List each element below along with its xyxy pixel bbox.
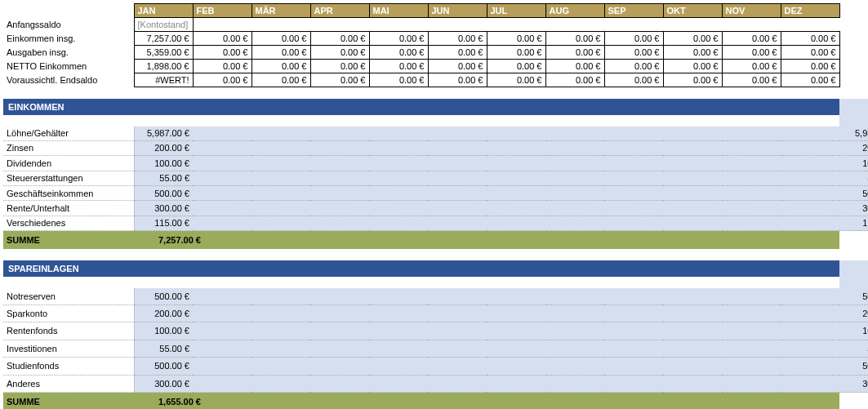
cell[interactable] [781, 201, 839, 216]
cell[interactable]: 0.00 € [428, 46, 487, 60]
cell[interactable] [369, 288, 428, 305]
cell[interactable]: 100.00 € [134, 156, 193, 171]
cell[interactable]: 0.00 € [663, 60, 722, 73]
month-header[interactable]: SEP [604, 4, 663, 18]
cell[interactable] [251, 127, 310, 141]
cell[interactable]: 0.00 € [545, 73, 604, 87]
cell[interactable] [251, 340, 310, 357]
cell[interactable] [722, 127, 781, 141]
cell[interactable] [310, 322, 369, 340]
cell[interactable] [545, 216, 604, 230]
month-header[interactable]: JAN [134, 4, 193, 18]
cell[interactable] [722, 216, 781, 230]
cell[interactable]: 0.00 € [781, 73, 839, 87]
cell[interactable]: 0.00 € [781, 60, 839, 73]
cell[interactable] [545, 201, 604, 216]
cell[interactable] [369, 340, 428, 357]
cell[interactable] [545, 375, 604, 392]
cell[interactable] [310, 375, 369, 392]
cell[interactable] [251, 375, 310, 392]
cell[interactable] [487, 358, 545, 375]
cell[interactable] [369, 127, 428, 141]
cell[interactable] [251, 140, 310, 155]
cell[interactable]: 0.00 € [369, 32, 428, 46]
cell[interactable] [428, 322, 487, 340]
cell[interactable]: 55.00 € [134, 171, 193, 185]
cell[interactable] [251, 322, 310, 340]
cell[interactable] [310, 140, 369, 155]
cell[interactable] [369, 358, 428, 375]
cell[interactable] [604, 216, 663, 230]
cell[interactable]: 0.00 € [251, 73, 310, 87]
cell[interactable] [604, 340, 663, 357]
cell[interactable] [428, 127, 487, 141]
cell[interactable] [604, 288, 663, 305]
cell[interactable]: [Kontostand] [134, 18, 193, 32]
cell[interactable] [781, 358, 839, 375]
cell[interactable] [663, 216, 722, 230]
cell[interactable] [193, 340, 251, 357]
cell[interactable]: 500.00 € [134, 288, 193, 305]
cell[interactable] [193, 305, 251, 322]
cell[interactable]: 0.00 € [545, 32, 604, 46]
cell[interactable] [545, 322, 604, 340]
cell[interactable] [722, 171, 781, 185]
cell[interactable] [663, 185, 722, 200]
cell[interactable] [251, 358, 310, 375]
cell[interactable]: 0.00 € [604, 46, 663, 60]
cell[interactable] [663, 201, 722, 216]
cell[interactable]: 0.00 € [369, 46, 428, 60]
cell[interactable] [428, 140, 487, 155]
cell[interactable] [428, 340, 487, 357]
cell[interactable] [663, 375, 722, 392]
cell[interactable] [487, 305, 545, 322]
cell[interactable] [781, 322, 839, 340]
cell[interactable] [604, 127, 663, 141]
cell[interactable] [722, 340, 781, 357]
cell[interactable] [545, 140, 604, 155]
cell[interactable]: #WERT! [134, 73, 193, 87]
cell[interactable] [487, 340, 545, 357]
cell[interactable] [193, 156, 251, 171]
cell[interactable] [781, 216, 839, 230]
cell[interactable] [251, 305, 310, 322]
cell[interactable]: 5,987.00 € [134, 127, 193, 141]
cell[interactable] [310, 358, 369, 375]
cell[interactable]: 115.00 € [134, 216, 193, 230]
cell[interactable]: 5,359.00 € [134, 46, 193, 60]
cell[interactable] [487, 201, 545, 216]
cell[interactable] [545, 358, 604, 375]
cell[interactable] [663, 140, 722, 155]
cell[interactable] [193, 375, 251, 392]
month-header[interactable]: JUN [428, 4, 487, 18]
cell[interactable] [545, 340, 604, 357]
cell[interactable] [369, 305, 428, 322]
cell[interactable] [545, 305, 604, 322]
cell[interactable] [722, 140, 781, 155]
cell[interactable] [428, 358, 487, 375]
cell[interactable] [251, 156, 310, 171]
cell[interactable]: 500.00 € [134, 358, 193, 375]
cell[interactable] [604, 156, 663, 171]
cell[interactable] [663, 322, 722, 340]
cell[interactable]: 300.00 € [134, 375, 193, 392]
cell[interactable]: 0.00 € [310, 73, 369, 87]
cell[interactable]: 0.00 € [604, 73, 663, 87]
cell[interactable] [781, 127, 839, 141]
cell[interactable] [487, 322, 545, 340]
cell[interactable] [193, 216, 251, 230]
cell[interactable]: 1,898.00 € [134, 60, 193, 73]
cell[interactable] [781, 171, 839, 185]
cell[interactable]: 0.00 € [663, 32, 722, 46]
cell[interactable] [310, 288, 369, 305]
cell[interactable] [487, 288, 545, 305]
cell[interactable] [781, 288, 839, 305]
cell[interactable] [193, 171, 251, 185]
cell[interactable] [663, 340, 722, 357]
cell[interactable] [487, 140, 545, 155]
cell[interactable] [369, 201, 428, 216]
cell[interactable]: 0.00 € [251, 46, 310, 60]
cell[interactable] [781, 156, 839, 171]
cell[interactable]: 0.00 € [310, 46, 369, 60]
cell[interactable] [722, 305, 781, 322]
